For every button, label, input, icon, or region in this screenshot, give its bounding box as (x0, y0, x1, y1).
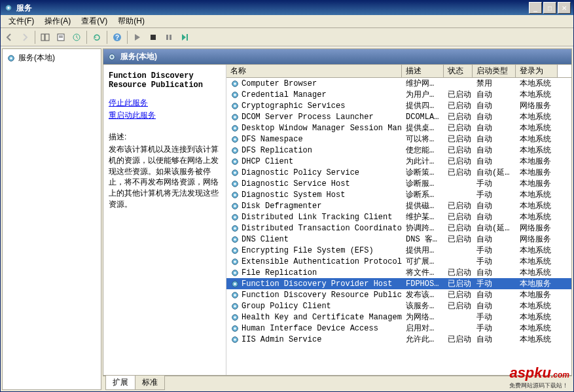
service-row[interactable]: IIS Admin Service允许此…已启动自动本地系统 (226, 334, 571, 345)
cell-desc: 提供用… (402, 245, 444, 256)
service-row[interactable]: Function Discovery Provider HostFDPHOS…已… (226, 278, 571, 289)
svg-point-43 (234, 216, 236, 219)
refresh-button[interactable] (90, 30, 104, 45)
tab-standard[interactable]: 标准 (135, 376, 165, 390)
stop-service-button[interactable] (146, 30, 160, 45)
service-row[interactable]: Health Key and Certificate Management为网络… (226, 312, 571, 323)
stop-service-link[interactable]: 停止此服务 (109, 98, 221, 109)
cell-status: 已启动 (444, 223, 473, 234)
cell-startup: 自动 (473, 100, 516, 111)
service-row[interactable]: Computer Browser维护网…禁用本地系统 (226, 78, 571, 89)
content-title: 服务(本地) (120, 51, 157, 62)
tab-extended[interactable]: 扩展 (105, 376, 135, 390)
col-startup[interactable]: 启动类型 (473, 65, 516, 77)
menu-action[interactable]: 操作(A) (39, 14, 76, 28)
menu-help[interactable]: 帮助(H) (113, 14, 150, 28)
cell-desc: 诊断策… (402, 167, 444, 178)
show-hide-tree-button[interactable] (38, 30, 52, 45)
services-window: 服务 _ □ ✕ 文件(F) 操作(A) 查看(V) 帮助(H) ? (0, 0, 574, 392)
service-row[interactable]: Human Interface Device Access启用对…手动本地系统 (226, 323, 571, 334)
svg-point-19 (234, 82, 236, 85)
service-row[interactable]: Desktop Window Manager Session Manager提供… (226, 122, 571, 134)
main-body: 服务(本地) 服务(本地) Function Discovery Resourc… (1, 46, 573, 391)
cell-desc: 发布该… (402, 289, 444, 300)
close-button[interactable]: ✕ (558, 2, 571, 14)
cell-status: 已启动 (444, 289, 473, 300)
service-row[interactable]: Diagnostic Policy Service诊断策…已启动自动(延…本地服… (226, 167, 571, 178)
selected-service-name: Function Discovery Resource Publication (109, 71, 221, 90)
col-desc[interactable]: 描述 (402, 65, 444, 77)
svg-point-57 (234, 294, 236, 296)
service-row[interactable]: File Replication将文件…已启动自动本地系统 (226, 267, 571, 278)
properties-button[interactable] (54, 30, 68, 45)
service-row[interactable]: DFS Namespace可以将…已启动自动本地系统 (226, 134, 571, 145)
menu-view[interactable]: 查看(V) (76, 14, 113, 28)
service-row[interactable]: DNS ClientDNS 客…已启动自动网络服务 (226, 234, 571, 245)
service-rows[interactable]: Computer Browser维护网…禁用本地系统Credential Man… (226, 78, 571, 375)
back-button[interactable] (2, 30, 16, 45)
col-name[interactable]: 名称 (226, 65, 402, 77)
service-row[interactable]: Distributed Link Tracking Client维护某…已启动自… (226, 211, 571, 223)
cell-name: Diagnostic Policy Service (226, 168, 402, 177)
minimize-button[interactable]: _ (529, 2, 542, 14)
cell-startup: 手动 (473, 278, 516, 289)
service-row[interactable]: Distributed Transaction Coordinator协调跨…已… (226, 223, 571, 234)
cell-startup: 自动 (473, 122, 516, 134)
cell-startup: 自动 (473, 145, 516, 156)
cell-logon: 本地服务 (516, 278, 558, 289)
service-row[interactable]: DFS Replication使您能…已启动自动本地系统 (226, 145, 571, 156)
svg-point-1 (7, 7, 10, 9)
description-text: 发布该计算机以及连接到该计算机的资源，以便能够在网络上发现这些资源。如果该服务被… (109, 144, 221, 210)
maximize-button[interactable]: □ (543, 2, 556, 14)
start-service-button[interactable] (130, 30, 145, 45)
menu-file[interactable]: 文件(F) (3, 14, 39, 28)
cell-desc: 使您能… (402, 145, 444, 156)
cell-name: DHCP Client (226, 157, 402, 166)
service-row[interactable]: Group Policy Client该服务…已启动自动本地系统 (226, 300, 571, 312)
cell-name: DCOM Server Process Launcher (226, 113, 402, 122)
service-row[interactable]: DHCP Client为此计…已启动自动本地服务 (226, 156, 571, 167)
service-row[interactable]: Diagnostic Service Host诊断服…手动本地服务 (226, 178, 571, 189)
cell-name: File Replication (226, 268, 402, 277)
cell-startup: 自动(延… (473, 167, 516, 178)
cell-status: 已启动 (444, 167, 473, 178)
cell-logon: 网络服务 (516, 234, 558, 245)
service-row[interactable]: Disk Defragmenter提供磁…已启动自动本地系统 (226, 200, 571, 211)
service-row[interactable]: Diagnostic System Host诊断系…手动本地系统 (226, 189, 571, 200)
service-row[interactable]: Encrypting File System (EFS)提供用…手动本地系统 (226, 245, 571, 256)
cell-startup: 自动 (473, 300, 516, 312)
gear-icon (7, 54, 16, 63)
tree-pane[interactable]: 服务(本地) (2, 48, 101, 390)
service-row[interactable]: DCOM Server Process LauncherDCOMLA…已启动自动… (226, 111, 571, 122)
service-row[interactable]: Function Discovery Resource Publication发… (226, 289, 571, 300)
export-button[interactable] (69, 30, 84, 45)
col-logon[interactable]: 登录为 (516, 65, 558, 77)
col-status[interactable]: 状态 (444, 65, 473, 77)
pause-service-button[interactable] (162, 30, 176, 45)
cell-startup: 自动 (473, 134, 516, 145)
svg-point-33 (234, 160, 236, 163)
cell-logon: 本地系统 (516, 189, 558, 200)
restart-service-button[interactable] (177, 30, 192, 45)
service-list: 名称 描述 状态 启动类型 登录为 Computer Browser维护网…禁用… (226, 65, 571, 375)
cell-startup: 自动 (473, 156, 516, 167)
restart-service-link[interactable]: 重启动此服务 (109, 110, 221, 121)
service-row[interactable]: Cryptographic Services提供四…已启动自动网络服务 (226, 100, 571, 111)
svg-point-29 (234, 138, 236, 141)
cell-name: DFS Replication (226, 146, 402, 155)
tree-root-node[interactable]: 服务(本地) (5, 52, 98, 64)
cell-desc: 可扩展… (402, 256, 444, 267)
cell-name: Encrypting File System (EFS) (226, 246, 402, 255)
service-row[interactable]: Credential Manager为用户…已启动自动本地系统 (226, 89, 571, 100)
cell-status: 已启动 (444, 300, 473, 312)
svg-point-47 (234, 238, 236, 241)
service-row[interactable]: Extensible Authentication Protocol可扩展…手动… (226, 256, 571, 267)
titlebar[interactable]: 服务 _ □ ✕ (1, 1, 573, 15)
cell-startup: 自动 (473, 267, 516, 278)
cell-logon: 本地服务 (516, 156, 558, 167)
forward-button[interactable] (18, 30, 32, 45)
svg-point-65 (234, 338, 236, 341)
svg-rect-3 (45, 34, 49, 41)
svg-rect-11 (166, 35, 168, 40)
help-button[interactable]: ? (110, 30, 124, 45)
